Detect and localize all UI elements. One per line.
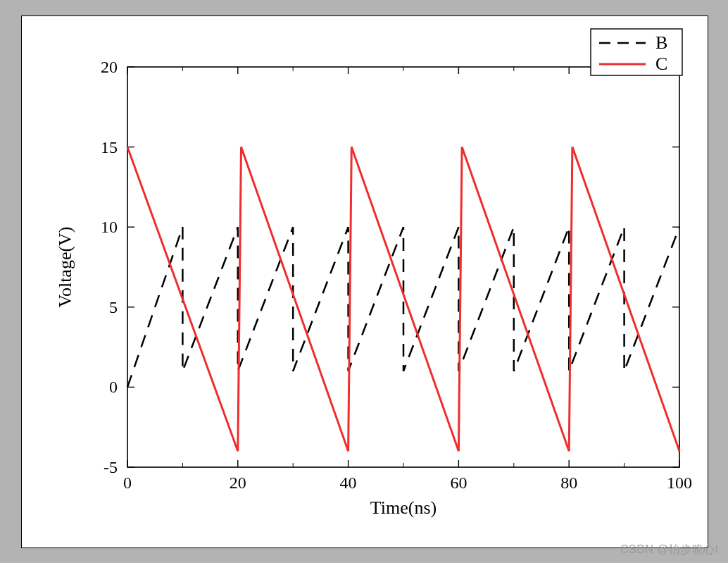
x-tick-label: 0	[123, 474, 132, 492]
chart-panel: 020406080100-505101520Time(ns)Voltage(V)…	[21, 16, 708, 548]
series-line	[127, 227, 679, 387]
legend-box	[591, 29, 682, 75]
watermark-text: CSDN @怡步晓心l	[620, 543, 718, 557]
legend-item-label: C	[655, 54, 667, 74]
x-tick-label: 60	[450, 474, 467, 492]
y-axis-label: Voltage(V)	[55, 226, 75, 307]
y-tick-label: 10	[101, 218, 118, 236]
chart-svg: 020406080100-505101520Time(ns)Voltage(V)…	[22, 16, 708, 547]
x-tick-label: 40	[340, 474, 357, 492]
y-tick-label: 0	[109, 378, 118, 396]
y-tick-label: 20	[101, 58, 118, 76]
y-tick-label: 15	[101, 138, 118, 156]
x-tick-label: 80	[560, 474, 577, 492]
x-tick-label: 20	[230, 474, 246, 492]
y-tick-label: -5	[103, 458, 118, 476]
x-tick-label: 100	[667, 474, 692, 492]
legend-item-label: B	[655, 32, 667, 53]
y-tick-label: 5	[109, 298, 118, 316]
x-axis-label: Time(ns)	[370, 497, 437, 518]
